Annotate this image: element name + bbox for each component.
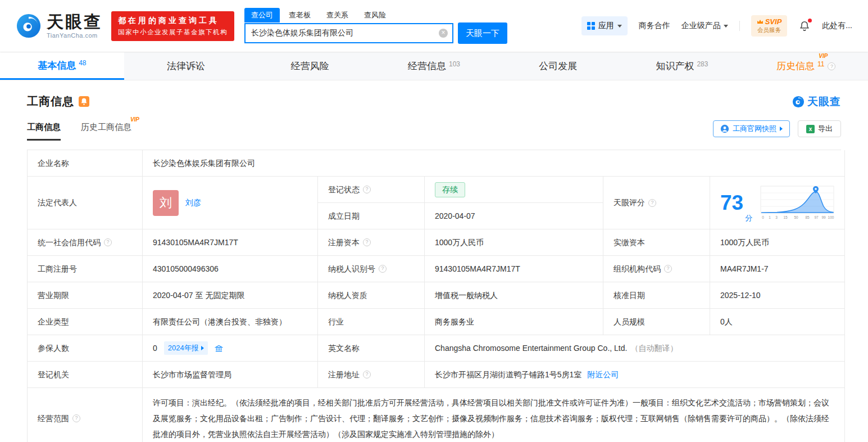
tab-intellectual-property[interactable]: 知识产权 283	[620, 52, 744, 80]
search-tab-boss[interactable]: 查老板	[282, 8, 317, 22]
tab-company-development[interactable]: 公司发展	[496, 52, 620, 80]
tab-count: 48	[79, 59, 86, 67]
clear-icon[interactable]	[439, 29, 448, 38]
field-value-staff-size: 0人	[710, 309, 845, 335]
tab-label: 经营信息	[408, 60, 446, 73]
field-value-business-term: 2020-04-07 至 无固定期限	[143, 282, 318, 309]
tab-label: 基本信息	[38, 59, 76, 72]
search-area: 查公司 查老板 查关系 查风险 天眼一下	[244, 8, 507, 44]
chart-tick-label: 50	[794, 215, 799, 219]
search-input[interactable]	[251, 29, 439, 38]
help-icon[interactable]	[72, 414, 80, 422]
field-label-registered-address: 注册地址	[318, 362, 425, 388]
tab-operational-risk[interactable]: 经营风险	[248, 52, 372, 80]
tianyancha-logo[interactable]: 天眼查 TianYanCha.com	[16, 13, 102, 39]
nearby-companies-link[interactable]: 附近公司	[587, 369, 619, 381]
search-tab-company[interactable]: 查公司	[244, 8, 280, 22]
search-box[interactable]	[244, 23, 453, 43]
subscribe-bell-icon[interactable]	[79, 96, 89, 107]
enterprise-products-link[interactable]: 企业级产品	[681, 21, 728, 31]
business-info-table: 企业名称 长沙染色体娱乐集团有限公司 法定代表人 刘 刘彦 登记状态 存续 天眼…	[27, 150, 841, 442]
tianyancha-mini-logo-icon	[792, 96, 805, 108]
help-icon[interactable]	[379, 265, 387, 273]
chart-tick-label: 97	[815, 215, 819, 219]
tab-label: 公司发展	[539, 60, 577, 73]
field-value-paid-capital: 1000万人民币	[710, 229, 845, 256]
field-value-credit-code: 91430105MA4R7JM17T	[143, 229, 318, 256]
tab-business-info[interactable]: 经营信息 103	[372, 52, 496, 80]
legal-rep-link[interactable]: 刘彦	[185, 197, 201, 209]
field-value-company-name: 长沙染色体娱乐集团有限公司	[143, 150, 845, 177]
promo-banner: 都在用的商业查询工具 国家中小企业发展子基金旗下机构	[111, 11, 234, 41]
help-icon[interactable]	[363, 186, 371, 193]
chart-tick-label: 15	[784, 215, 788, 219]
chevron-down-icon	[724, 25, 728, 28]
arrow-right-icon	[201, 346, 204, 350]
section-title: 工商信息	[27, 94, 74, 109]
apps-button[interactable]: 应用	[581, 16, 628, 35]
tab-basic-info[interactable]: 基本信息 48	[0, 52, 124, 80]
field-label-registration-number: 工商注册号	[28, 256, 143, 282]
field-label-industry: 行业	[318, 309, 425, 335]
notification-bell[interactable]	[798, 20, 811, 32]
score-value: 73	[720, 192, 743, 213]
header-menu: 应用 商务合作 企业级产品 SVIP 会员服务	[581, 15, 852, 37]
svip-badge[interactable]: SVIP 会员服务	[751, 15, 788, 37]
tab-label: 法律诉讼	[167, 60, 205, 73]
tab-count: 283	[697, 60, 708, 68]
tab-legal-proceedings[interactable]: 法律诉讼	[124, 52, 248, 80]
help-icon[interactable]	[363, 238, 371, 246]
field-label-staff-size: 人员规模	[603, 309, 710, 335]
field-label-company-name: 企业名称	[28, 150, 143, 177]
search-tab-relation[interactable]: 查关系	[320, 8, 355, 22]
business-cooperation-link[interactable]: 商务合作	[639, 21, 670, 31]
search-button[interactable]: 天眼一下	[458, 22, 507, 44]
auto-translate-note: （自动翻译）	[630, 342, 678, 354]
subtab-history-business-registration[interactable]: VIP 历史工商信息	[81, 122, 131, 141]
field-label-approval-date: 核准日期	[603, 282, 710, 309]
field-label-company-type: 企业类型	[28, 309, 143, 335]
tianyancha-logo-icon	[16, 13, 42, 39]
field-label-tianyan-score: 天眼评分	[603, 177, 710, 229]
annual-report-link[interactable]: 2024年报	[164, 341, 208, 355]
vip-tag: VIP	[819, 53, 828, 59]
field-label-registered-capital: 注册资本	[318, 229, 425, 256]
official-snapshot-button[interactable]: 工商官网快照	[713, 120, 790, 137]
field-value-insured-count: 0 2024年报	[143, 335, 318, 362]
status-badge: 存续	[435, 182, 465, 197]
help-icon[interactable]	[828, 62, 835, 70]
field-value-registration-number: 430105000496306	[143, 256, 318, 282]
tab-label: 知识产权	[656, 60, 694, 73]
search-tabs: 查公司 查老板 查关系 查风险	[244, 8, 507, 22]
vip-tag: VIP	[130, 116, 139, 123]
field-label-business-scope: 经营范围	[28, 388, 143, 442]
export-label: 导出	[818, 124, 833, 134]
subtab-label: 历史工商信息	[81, 122, 131, 132]
tab-label: 经营风险	[291, 60, 329, 73]
field-value-legal-representative: 刘 刘彦	[143, 177, 318, 229]
tab-count: 11	[817, 60, 824, 68]
subtab-business-registration[interactable]: 工商信息	[27, 122, 61, 141]
field-value-company-type: 有限责任公司（港澳台投资、非独资）	[143, 309, 318, 335]
help-icon[interactable]	[648, 199, 656, 207]
account-name[interactable]: 此处有...	[822, 21, 852, 31]
tianyancha-watermark: 天眼查	[792, 94, 841, 109]
field-value-registered-address: 长沙市开福区月湖街道鸭子铺路1号5房1室 附近公司	[425, 362, 845, 388]
promo-line-2: 国家中小企业发展子基金旗下机构	[118, 28, 228, 37]
help-icon[interactable]	[104, 238, 112, 246]
search-tab-risk[interactable]: 查风险	[357, 8, 393, 22]
legal-rep-avatar[interactable]: 刘	[153, 190, 179, 216]
field-value-registry-authority: 长沙市市场监督管理局	[143, 362, 318, 388]
chart-tick-label: 1	[769, 215, 771, 219]
tab-history-info[interactable]: VIP 历史信息 11	[744, 52, 868, 80]
chart-tick-label: 85	[806, 215, 810, 219]
field-label-taxpayer-quality: 纳税人资质	[318, 282, 425, 309]
help-icon[interactable]	[664, 265, 672, 273]
field-label-insured-count: 参保人数	[28, 335, 143, 362]
bank-icon[interactable]	[215, 344, 223, 353]
svip-title: SVIP	[765, 17, 782, 26]
help-icon[interactable]	[363, 371, 371, 378]
field-value-taxpayer-id: 91430105MA4R7JM17T	[425, 256, 603, 282]
arrow-right-icon	[780, 127, 783, 131]
export-button[interactable]: 导出	[798, 120, 841, 137]
